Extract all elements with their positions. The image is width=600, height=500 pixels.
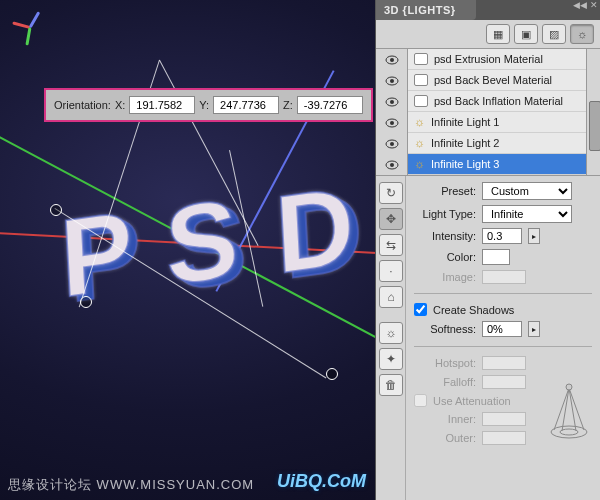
separator [414, 346, 592, 347]
softness-field[interactable] [482, 321, 522, 337]
layer-row[interactable]: psd Back Inflation Material [408, 91, 586, 112]
light-home-tool-icon[interactable]: ⌂ [379, 286, 403, 308]
intensity-slider-icon[interactable]: ▸ [528, 228, 540, 244]
svg-point-14 [566, 384, 572, 390]
light-point-tool-icon[interactable]: · [379, 260, 403, 282]
light-delete-icon[interactable]: 🗑 [379, 374, 403, 396]
svg-point-3 [390, 79, 394, 83]
light-pan-tool-icon[interactable]: ✥ [379, 208, 403, 230]
softness-slider-icon[interactable]: ▸ [528, 321, 540, 337]
preset-select[interactable]: Custom [482, 182, 572, 200]
visibility-toggle[interactable] [376, 49, 407, 70]
image-label: Image: [414, 271, 476, 283]
layer-label: psd Extrusion Material [434, 53, 543, 65]
3d-panel: ◀◀ ✕ 3D {LIGHTS} ▦ ▣ ▨ ☼ psd Extrusion M… [375, 0, 600, 500]
layer-row[interactable]: psd Back Bevel Material [408, 70, 586, 91]
intensity-field[interactable] [482, 228, 522, 244]
outer-label: Outer: [414, 432, 476, 444]
orientation-x-label: X: [115, 99, 125, 111]
lighttype-select[interactable]: Infinite [482, 205, 572, 223]
color-label: Color: [414, 251, 476, 263]
light-toggle-icon[interactable]: ☼ [379, 322, 403, 344]
layer-row[interactable]: psd Extrusion Material [408, 49, 586, 70]
light-properties: Preset: Custom Light Type: Infinite Inte… [406, 176, 600, 500]
light-rotate-tool-icon[interactable]: ↻ [379, 182, 403, 204]
filter-material-icon[interactable]: ▨ [542, 24, 566, 44]
image-field [482, 270, 526, 284]
light-new-icon[interactable]: ✦ [379, 348, 403, 370]
svg-point-12 [551, 426, 587, 438]
light-slide-tool-icon[interactable]: ⇆ [379, 234, 403, 256]
layer-label: Infinite Light 1 [431, 116, 500, 128]
svg-point-1 [390, 58, 394, 62]
filter-light-icon[interactable]: ☼ [570, 24, 594, 44]
falloff-label: Falloff: [414, 376, 476, 388]
layer-list: psd Extrusion Material psd Back Bevel Ma… [408, 49, 586, 175]
panel-title[interactable]: 3D {LIGHTS} [376, 0, 476, 20]
layer-row[interactable]: ☼Infinite Light 1 [408, 112, 586, 133]
orientation-y-label: Y: [199, 99, 209, 111]
light-tool-column: ↻ ✥ ⇆ · ⌂ ☼ ✦ 🗑 [376, 176, 406, 500]
hotspot-label: Hotspot: [414, 357, 476, 369]
visibility-toggle[interactable] [376, 91, 407, 112]
visibility-toggle[interactable] [376, 112, 407, 133]
axis-gizmo[interactable] [12, 8, 48, 44]
light-icon: ☼ [414, 157, 425, 171]
lighttype-label: Light Type: [414, 208, 476, 220]
orientation-z-label: Z: [283, 99, 293, 111]
material-icon [414, 74, 428, 86]
svg-point-5 [390, 100, 394, 104]
scrollbar[interactable] [586, 49, 600, 175]
svg-point-7 [390, 121, 394, 125]
letter-d: D [272, 160, 357, 298]
visibility-toggle[interactable] [376, 154, 407, 175]
use-attenuation-label: Use Attenuation [433, 395, 511, 407]
orientation-z-field[interactable] [297, 96, 363, 114]
orientation-x-field[interactable] [129, 96, 195, 114]
preset-label: Preset: [414, 185, 476, 197]
hotspot-field [482, 356, 526, 370]
layer-label: psd Back Inflation Material [434, 95, 563, 107]
visibility-toggle[interactable] [376, 70, 407, 91]
layer-row[interactable]: ☼Infinite Light 2 [408, 133, 586, 154]
gizmo-z-icon [29, 11, 41, 28]
filter-mesh-icon[interactable]: ▣ [514, 24, 538, 44]
material-icon [414, 95, 428, 107]
separator [414, 293, 592, 294]
light-handle[interactable] [326, 368, 338, 380]
use-attenuation-checkbox [414, 394, 427, 407]
watermark-right: UiBQ.CoM [277, 471, 366, 492]
create-shadows-label: Create Shadows [433, 304, 514, 316]
svg-point-9 [390, 142, 394, 146]
layer-label: Infinite Light 3 [431, 158, 500, 170]
create-shadows-checkbox[interactable] [414, 303, 427, 316]
layer-list-area: psd Extrusion Material psd Back Bevel Ma… [376, 49, 600, 176]
visibility-toggle[interactable] [376, 133, 407, 154]
material-icon [414, 53, 428, 65]
light-icon: ☼ [414, 115, 425, 129]
filter-scene-icon[interactable]: ▦ [486, 24, 510, 44]
3d-text-object[interactable]: P S D [60, 170, 350, 340]
softness-label: Softness: [414, 323, 476, 335]
letter-p: P [57, 185, 136, 323]
svg-point-11 [390, 163, 394, 167]
light-icon: ☼ [414, 136, 425, 150]
color-swatch[interactable] [482, 249, 510, 265]
gizmo-y-icon [25, 27, 31, 45]
svg-point-13 [560, 429, 578, 435]
filter-icon-row: ▦ ▣ ▨ ☼ [376, 20, 600, 49]
letter-s: S [162, 173, 241, 311]
inner-label: Inner: [414, 413, 476, 425]
orientation-readout: Orientation: X: Y: Z: [44, 88, 373, 122]
spotlight-cone-icon [548, 382, 590, 440]
orientation-label: Orientation: [54, 99, 111, 111]
orientation-y-field[interactable] [213, 96, 279, 114]
properties-area: ↻ ✥ ⇆ · ⌂ ☼ ✦ 🗑 Preset: Custom Light Typ… [376, 176, 600, 500]
panel-collapse-icon[interactable]: ◀◀ ✕ [573, 0, 598, 10]
layer-row-selected[interactable]: ☼Infinite Light 3 [408, 154, 586, 175]
intensity-label: Intensity: [414, 230, 476, 242]
watermark-left: 思缘设计论坛 WWW.MISSYUAN.COM [8, 476, 254, 494]
layer-label: psd Back Bevel Material [434, 74, 552, 86]
falloff-field [482, 375, 526, 389]
visibility-column [376, 49, 408, 175]
